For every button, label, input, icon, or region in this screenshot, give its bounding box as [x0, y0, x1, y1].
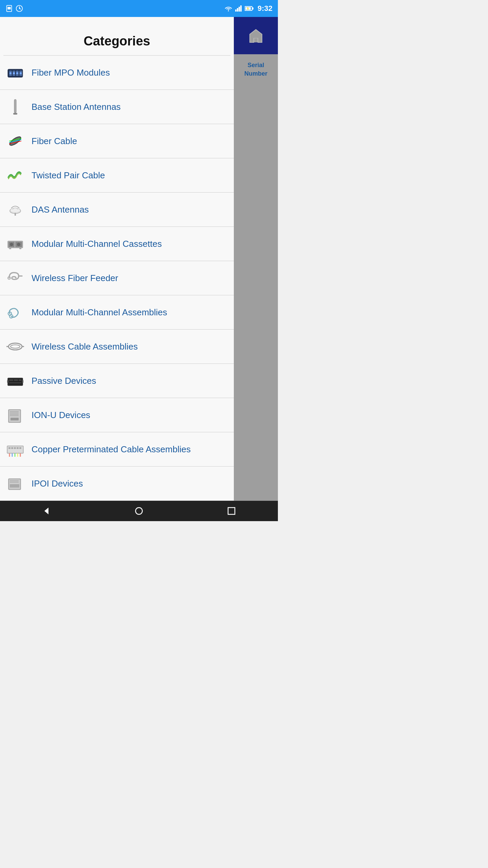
fiber-cable-icon — [5, 131, 25, 151]
svg-point-18 — [13, 72, 15, 74]
list-item[interactable]: Fiber Cable — [0, 124, 234, 158]
svg-point-20 — [20, 72, 22, 74]
main-content: Categories — [0, 17, 234, 501]
status-bar: 9:32 — [0, 0, 278, 17]
svg-point-34 — [10, 243, 13, 246]
passive-devices-label: Passive Devices — [32, 376, 96, 386]
nav-bar — [0, 501, 278, 521]
list-item[interactable]: Copper Preterminated Cable Assemblies — [0, 432, 234, 467]
svg-rect-6 — [239, 7, 240, 12]
ipoi-icon — [5, 473, 25, 494]
svg-rect-48 — [9, 379, 13, 381]
svg-rect-36 — [9, 248, 11, 249]
svg-rect-81 — [228, 508, 235, 514]
list-item[interactable]: ION-U Devices — [0, 398, 234, 432]
svg-rect-10 — [252, 7, 253, 9]
wifi-icon — [224, 5, 232, 12]
modular-assembly-icon — [5, 302, 25, 322]
category-list: Fiber MPO Modules Base Station Antennas — [0, 56, 234, 501]
svg-point-3 — [228, 11, 229, 12]
home-icon — [247, 27, 265, 44]
passive-devices-icon — [5, 371, 25, 391]
home-button[interactable] — [234, 17, 278, 54]
home-nav-icon — [134, 506, 144, 516]
home-nav-button[interactable] — [129, 501, 149, 521]
svg-rect-65 — [14, 447, 16, 449]
clock-icon — [16, 5, 23, 12]
svg-rect-4 — [235, 9, 237, 12]
cassette-icon — [5, 234, 25, 254]
status-time: 9:32 — [258, 4, 272, 13]
das-antennas-label: DAS Antennas — [32, 204, 89, 215]
svg-point-17 — [9, 72, 12, 74]
twisted-pair-icon — [5, 165, 25, 185]
base-station-antenna-icon — [5, 97, 25, 117]
twisted-pair-label: Twisted Pair Cable — [32, 170, 105, 181]
svg-rect-63 — [8, 447, 11, 449]
signal-icon — [235, 5, 242, 12]
svg-rect-77 — [10, 484, 19, 488]
fiber-mpo-label: Fiber MPO Modules — [32, 67, 110, 78]
svg-rect-60 — [11, 418, 19, 420]
base-station-antennas-label: Base Station Antennas — [32, 102, 121, 112]
copper-icon — [5, 439, 25, 459]
list-item[interactable]: Modular Multi-Channel Cassettes — [0, 227, 234, 261]
wireless-cable-label: Wireless Cable Assemblies — [32, 341, 138, 352]
svg-rect-30 — [15, 213, 16, 216]
fiber-cable-label: Fiber Cable — [32, 136, 77, 146]
list-item[interactable]: Wireless Fiber Feeder — [0, 261, 234, 295]
sim-icon — [5, 5, 13, 12]
ion-u-icon — [5, 405, 25, 425]
svg-rect-78 — [254, 38, 258, 42]
svg-point-80 — [136, 508, 142, 514]
fiber-mpo-icon — [5, 62, 25, 83]
svg-rect-51 — [9, 382, 21, 383]
svg-rect-50 — [19, 379, 21, 381]
status-bar-right: 9:32 — [224, 4, 272, 13]
status-bar-left — [5, 5, 23, 12]
svg-rect-64 — [11, 447, 13, 449]
list-item[interactable]: Twisted Pair Cable — [0, 158, 234, 193]
back-icon — [42, 506, 51, 516]
svg-rect-67 — [19, 447, 21, 449]
svg-rect-52 — [7, 380, 8, 383]
list-item[interactable]: Fiber MPO Modules — [0, 56, 234, 90]
list-item[interactable]: Wireless Cable Assemblies — [0, 330, 234, 364]
app-layout: Categories — [0, 17, 278, 501]
cassette-label: Modular Multi-Channel Cassettes — [32, 239, 162, 249]
svg-rect-53 — [22, 380, 23, 383]
svg-rect-1 — [7, 7, 11, 9]
wireless-cable-icon — [5, 336, 25, 357]
back-button[interactable] — [36, 501, 57, 521]
list-item[interactable]: DAS Antennas — [0, 193, 234, 227]
svg-rect-49 — [14, 379, 18, 381]
svg-marker-79 — [44, 508, 48, 514]
svg-rect-37 — [19, 248, 21, 249]
svg-rect-66 — [17, 447, 19, 449]
page-title: Categories — [0, 17, 234, 55]
list-item[interactable]: Base Station Antennas — [0, 90, 234, 124]
svg-point-43 — [11, 345, 20, 348]
svg-point-35 — [17, 243, 20, 246]
ion-u-label: ION-U Devices — [32, 410, 90, 420]
svg-point-19 — [16, 72, 18, 74]
svg-rect-5 — [237, 8, 238, 12]
battery-icon — [245, 6, 253, 11]
serial-number-label: Serial Number — [244, 61, 267, 78]
sidebar: Serial Number — [234, 17, 278, 501]
copper-label: Copper Preterminated Cable Assemblies — [32, 444, 191, 455]
recents-icon — [227, 506, 236, 516]
svg-point-29 — [11, 208, 20, 212]
list-item[interactable]: Modular Multi-Channel Assemblies — [0, 295, 234, 330]
ipoi-label: IPOI Devices — [32, 478, 83, 489]
svg-rect-22 — [13, 113, 17, 115]
list-item[interactable]: Passive Devices — [0, 364, 234, 398]
wireless-fiber-feeder-icon — [5, 268, 25, 288]
svg-rect-7 — [240, 5, 242, 12]
recents-button[interactable] — [221, 501, 242, 521]
modular-assembly-label: Modular Multi-Channel Assemblies — [32, 307, 167, 318]
list-item[interactable]: IPOI Devices — [0, 467, 234, 501]
das-antenna-icon — [5, 199, 25, 220]
wireless-fiber-feeder-label: Wireless Fiber Feeder — [32, 273, 118, 283]
svg-rect-21 — [14, 99, 16, 113]
